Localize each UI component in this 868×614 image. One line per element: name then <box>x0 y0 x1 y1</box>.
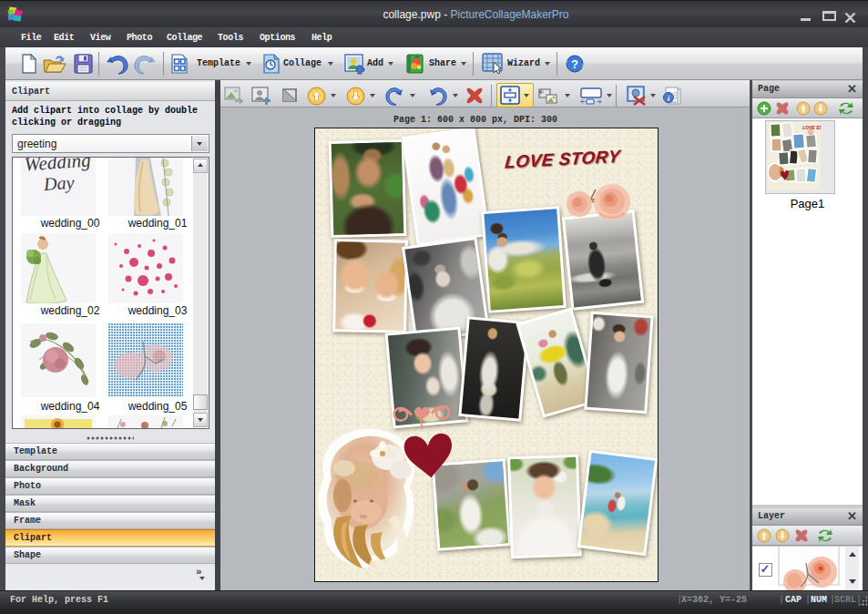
svg-text:?: ? <box>571 57 578 71</box>
